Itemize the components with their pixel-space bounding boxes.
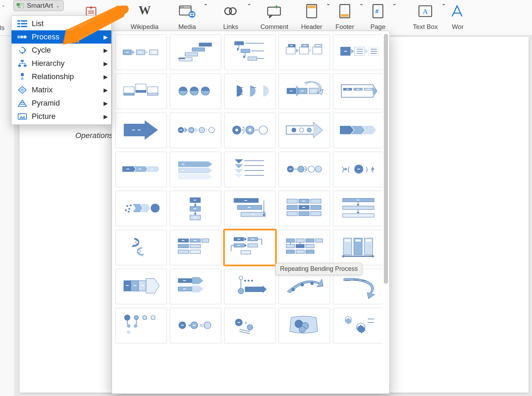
ribbon-item-links[interactable]: Links xyxy=(215,0,247,31)
gallery-tile[interactable] xyxy=(279,308,330,343)
ribbon-item-wikipedia[interactable]: W Wikipedia xyxy=(129,0,161,31)
svg-line-340 xyxy=(240,332,250,334)
gallery-tile[interactable] xyxy=(333,230,382,265)
svg-marker-88 xyxy=(309,48,312,53)
svg-line-187 xyxy=(304,166,307,168)
smartart-menu-item-process[interactable]: Process ▶ xyxy=(12,30,111,44)
gallery-tile[interactable] xyxy=(279,113,330,148)
gallery-tile[interactable] xyxy=(115,74,167,109)
matrix-icon xyxy=(17,85,28,94)
chevron-down-icon[interactable]: ⌄ xyxy=(441,0,446,7)
smartart-menu-item-picture[interactable]: Picture ▶ xyxy=(12,110,111,123)
gallery-tile[interactable] xyxy=(224,74,276,109)
gallery-tile[interactable] xyxy=(115,152,167,187)
gallery-tile[interactable] xyxy=(224,35,276,70)
footer-icon xyxy=(338,3,351,19)
smartart-menu-item-pyramid[interactable]: Pyramid ▶ xyxy=(12,97,111,110)
ribbon-item-label: Wor xyxy=(452,23,464,31)
ribbon-item-media[interactable]: Media xyxy=(171,0,203,31)
chevron-down-icon[interactable]: ⌄ xyxy=(392,0,397,7)
gallery-tile[interactable]: + xyxy=(224,308,276,343)
svg-rect-32 xyxy=(21,20,27,22)
menu-item-label: Hierarchy xyxy=(32,59,64,68)
gallery-tile[interactable] xyxy=(115,308,167,343)
svg-point-18 xyxy=(229,8,236,14)
scrollbar-thumb[interactable] xyxy=(384,34,388,284)
svg-rect-277 xyxy=(296,244,304,248)
svg-rect-253 xyxy=(190,244,200,248)
gallery-tile[interactable] xyxy=(170,35,221,70)
ribbon-item-page[interactable]: # Page xyxy=(364,0,392,31)
submenu-arrow-icon: ▶ xyxy=(104,60,108,67)
gallery-tile[interactable] xyxy=(115,113,167,148)
smartart-menu-item-list[interactable]: List ▶ xyxy=(12,17,111,30)
svg-rect-89 xyxy=(313,47,322,54)
gallery-tile[interactable] xyxy=(224,152,276,187)
submenu-arrow-icon: ▶ xyxy=(104,47,108,54)
smartart-menu-item-relationship[interactable]: Relationship ▶ xyxy=(12,70,111,83)
svg-line-188 xyxy=(304,170,307,172)
svg-point-326 xyxy=(127,330,130,334)
chevron-down-icon[interactable]: ⌄ xyxy=(359,0,364,7)
gallery-tile[interactable] xyxy=(333,191,382,226)
ribbon-item-label: Media xyxy=(178,23,196,31)
ribbon-item-header[interactable]: Header xyxy=(297,0,326,31)
gallery-tile[interactable] xyxy=(279,230,330,265)
gallery-tile[interactable] xyxy=(115,35,167,70)
gallery-tile[interactable] xyxy=(224,230,276,265)
ribbon-item-textbox[interactable]: A Text Box xyxy=(409,0,441,31)
smartart-menu-item-hierarchy[interactable]: Hierarchy ▶ xyxy=(12,57,111,70)
svg-marker-177 xyxy=(235,169,243,173)
gallery-tile[interactable]: += xyxy=(170,308,221,343)
ribbon-item-label: Header xyxy=(301,23,322,31)
gallery-tile[interactable]: )()( xyxy=(333,152,382,187)
menu-item-label: Pyramid xyxy=(32,99,60,108)
gallery-tile[interactable] xyxy=(115,230,167,265)
gallery-tile[interactable] xyxy=(115,191,167,226)
gallery-tile[interactable] xyxy=(224,191,276,226)
gallery-tile[interactable] xyxy=(279,152,330,187)
svg-point-158 xyxy=(307,128,311,132)
gallery-scrollbar[interactable] xyxy=(384,34,388,391)
gallery-tile[interactable] xyxy=(279,35,330,70)
gallery-tile[interactable] xyxy=(170,230,221,265)
gallery-scroll[interactable]: )()(+=+ xyxy=(114,35,382,390)
gallery-tile[interactable] xyxy=(170,74,221,109)
menu-item-label: Process xyxy=(32,32,59,41)
svg-marker-85 xyxy=(296,48,299,53)
gallery-tile[interactable] xyxy=(333,74,382,109)
chevron-down-icon[interactable]: ⌄ xyxy=(326,0,330,7)
svg-point-189 xyxy=(308,166,314,172)
svg-point-200 xyxy=(127,205,128,207)
menu-item-label: List xyxy=(32,19,44,28)
gallery-tile[interactable] xyxy=(333,308,382,343)
gallery-tile[interactable] xyxy=(333,35,382,70)
ribbon-item-footer[interactable]: Footer xyxy=(330,0,359,31)
gallery-tile[interactable] xyxy=(170,191,221,226)
ribbon-item-wordart[interactable]: Wor xyxy=(446,0,470,31)
smartart-menu-item-matrix[interactable]: Matrix ▶ xyxy=(12,83,111,97)
svg-rect-33 xyxy=(17,23,20,24)
ribbon-item-comment[interactable]: Comment xyxy=(258,0,290,31)
gallery-tile[interactable] xyxy=(333,113,382,148)
svg-rect-274 xyxy=(306,239,314,242)
chevron-down-icon[interactable]: ⌄ xyxy=(247,0,251,7)
gallery-tile[interactable] xyxy=(224,113,276,148)
gallery-tile[interactable] xyxy=(170,113,221,148)
svg-rect-0 xyxy=(17,3,20,6)
gallery-tile[interactable] xyxy=(170,269,221,304)
chevron-down-icon: ⌄ xyxy=(56,3,60,8)
gallery-tile[interactable] xyxy=(279,74,330,109)
gallery-tile[interactable] xyxy=(170,152,221,187)
gallery-tile[interactable] xyxy=(224,269,276,304)
chevron-down-icon[interactable]: ⌄ xyxy=(203,0,208,7)
svg-point-247 xyxy=(136,241,138,244)
ribbon-leading-dropdown[interactable]: ⌄ xyxy=(1,2,6,8)
smartart-menu-item-cycle[interactable]: Cycle ▶ xyxy=(12,44,111,57)
svg-rect-86 xyxy=(299,47,309,54)
svg-point-141 xyxy=(199,127,205,133)
smartart-button[interactable]: SmartArt ⌄ xyxy=(13,0,64,11)
svg-point-338 xyxy=(247,325,253,330)
gallery-tile[interactable] xyxy=(279,191,330,226)
gallery-tile[interactable] xyxy=(115,269,167,304)
